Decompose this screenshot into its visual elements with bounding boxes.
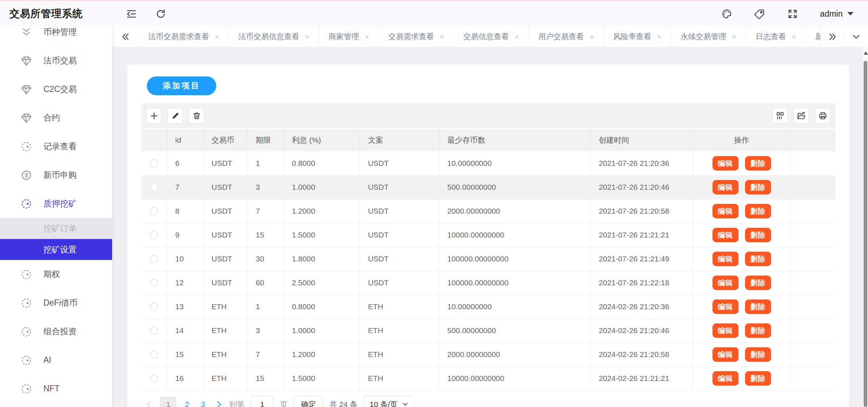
tab-trade-info-view[interactable]: 交易信息查看× [454, 26, 529, 47]
row-radio-button[interactable] [150, 351, 158, 358]
tab-log-view[interactable]: 日志查看× [746, 26, 806, 47]
row-radio-button[interactable] [150, 327, 158, 335]
sidebar-subitem-mining-orders[interactable]: 挖矿订单 [0, 218, 112, 239]
confirm-button[interactable]: 确定 [294, 396, 323, 407]
tag-icon[interactable] [754, 8, 765, 20]
spacer-cell [790, 175, 835, 199]
tab-perpetual-manage[interactable]: 永续交易管理× [671, 26, 746, 47]
prev-page-icon[interactable] [145, 400, 153, 407]
tab-close-icon[interactable]: × [440, 33, 444, 41]
edit-button[interactable]: 编辑 [712, 180, 739, 194]
sidebar-item-defi-lending[interactable]: DeFi借币 [0, 289, 112, 317]
sidebar-item-label: 新币申购 [43, 169, 77, 181]
tab-fiat-info-view[interactable]: 法币交易信息查看× [229, 26, 319, 47]
delete-button[interactable]: 删除 [745, 252, 771, 266]
edit-button[interactable]: 编辑 [712, 323, 739, 338]
scrollbar-up-arrow[interactable] [864, 51, 868, 55]
tabs-scroll-right-icon[interactable] [820, 26, 844, 47]
sidebar-item-new-coin[interactable]: $新币申购 [0, 161, 112, 189]
cell-copy: USDT [360, 175, 439, 199]
tab-close-icon[interactable]: × [365, 33, 369, 41]
edit-button[interactable]: 编辑 [712, 156, 739, 171]
tab-close-icon[interactable]: × [732, 33, 736, 41]
delete-button[interactable]: 删除 [745, 204, 771, 218]
sidebar-item-fiat-trade[interactable]: 法币交易 [0, 46, 112, 75]
row-radio-button[interactable] [150, 279, 158, 287]
radio-cell [141, 247, 167, 271]
delete-button[interactable]: 删除 [745, 228, 771, 242]
sidebar-item-c2c-trade[interactable]: C2C交易 [0, 75, 112, 104]
sidebar-item-nft[interactable]: NFT [0, 374, 112, 403]
cell-min: 500.00000000 [439, 319, 591, 343]
edit-button[interactable]: 编辑 [712, 228, 739, 242]
admin-menu[interactable]: admin [820, 9, 854, 19]
sidebar-item-ai[interactable]: AI [0, 346, 112, 374]
sidebar-item-contract[interactable]: 合约 [0, 104, 112, 132]
delete-button[interactable]: 删除 [745, 299, 771, 314]
delete-button[interactable]: 删除 [745, 276, 771, 290]
edit-button[interactable]: 编辑 [712, 252, 739, 266]
tabs-menu-icon[interactable] [844, 26, 868, 47]
row-radio-button[interactable] [150, 207, 158, 215]
refresh-icon[interactable] [155, 8, 166, 20]
vertical-scrollbar[interactable] [862, 47, 868, 407]
tab-close-icon[interactable]: × [515, 33, 519, 41]
edit-row-icon[interactable] [167, 108, 183, 123]
collapse-sidebar-icon[interactable] [126, 8, 137, 20]
scrollbar-thumb[interactable] [864, 61, 867, 407]
row-radio-button[interactable] [150, 255, 158, 263]
page-number-2[interactable]: 2 [182, 400, 192, 407]
sidebar-item-record-view[interactable]: 记录查看 [0, 132, 112, 161]
delete-button[interactable]: 删除 [745, 323, 771, 338]
tab-close-icon[interactable]: × [792, 33, 796, 41]
columns-icon[interactable] [772, 108, 788, 123]
tab-trade-demand-view[interactable]: 交易需求查看× [379, 26, 454, 47]
edit-button[interactable]: 编辑 [712, 276, 739, 290]
sidebar-item-portfolio[interactable]: 组合投资 [0, 317, 112, 346]
delete-button[interactable]: 删除 [745, 156, 771, 171]
export-icon[interactable] [793, 108, 809, 123]
delete-button[interactable]: 删除 [745, 180, 771, 194]
tab-user-trade-view[interactable]: 用户交易查看× [529, 26, 604, 47]
sidebar-item-label: 合约 [43, 112, 60, 123]
row-radio-button[interactable] [150, 231, 158, 239]
sidebar-item-coin-manage[interactable]: 币种管理 [0, 26, 112, 46]
delete-button[interactable]: 删除 [745, 347, 771, 362]
cell-created: 2021-07-26 21:21:49 [591, 247, 693, 271]
edit-button[interactable]: 编辑 [712, 204, 739, 218]
sidebar-subitem-mining-settings[interactable]: 挖矿设置 [0, 239, 112, 260]
page-size-select[interactable]: 10 条/页 [364, 396, 414, 407]
page-number-3[interactable]: 3 [197, 400, 208, 407]
edit-button[interactable]: 编辑 [712, 347, 739, 362]
sidebar-item-label: 组合投资 [43, 326, 77, 337]
goto-page-input[interactable] [251, 396, 273, 407]
add-row-icon[interactable] [146, 108, 162, 123]
theme-palette-icon[interactable] [721, 8, 732, 20]
tab-new-coin-subscribe[interactable]: 新币申购× [806, 26, 820, 47]
fullscreen-icon[interactable] [787, 8, 798, 20]
tab-merchant-manage[interactable]: 商家管理× [319, 26, 379, 47]
cell-created: 2021-07-26 21:20:58 [591, 199, 693, 223]
tab-risk-rate-view[interactable]: 风险率查看× [604, 26, 671, 47]
row-radio-button[interactable] [150, 159, 158, 167]
top-bar: 交易所管理系统 admin [0, 1, 868, 26]
tab-close-icon[interactable]: × [305, 33, 309, 41]
row-radio-button[interactable] [150, 303, 158, 311]
delete-row-icon[interactable] [189, 108, 204, 123]
tabs-scroll-left-icon[interactable] [112, 26, 139, 47]
tab-close-icon[interactable]: × [590, 33, 594, 41]
row-radio-button[interactable] [150, 374, 158, 382]
sidebar-item-options[interactable]: 期权 [0, 260, 112, 289]
row-radio-button[interactable] [150, 183, 158, 191]
delete-button[interactable]: 删除 [745, 371, 771, 386]
print-icon[interactable] [815, 108, 830, 123]
tab-close-icon[interactable]: × [215, 33, 219, 41]
add-project-button[interactable]: 添加项目 [147, 76, 216, 95]
tab-fiat-demand-view[interactable]: 法币交易需求查看× [139, 26, 229, 47]
sidebar-item-staking-mining[interactable]: 质押挖矿 [0, 189, 112, 218]
compass-icon [20, 198, 33, 210]
next-page-icon[interactable] [215, 400, 223, 407]
edit-button[interactable]: 编辑 [712, 371, 739, 386]
tab-close-icon[interactable]: × [657, 33, 661, 41]
edit-button[interactable]: 编辑 [712, 299, 739, 314]
